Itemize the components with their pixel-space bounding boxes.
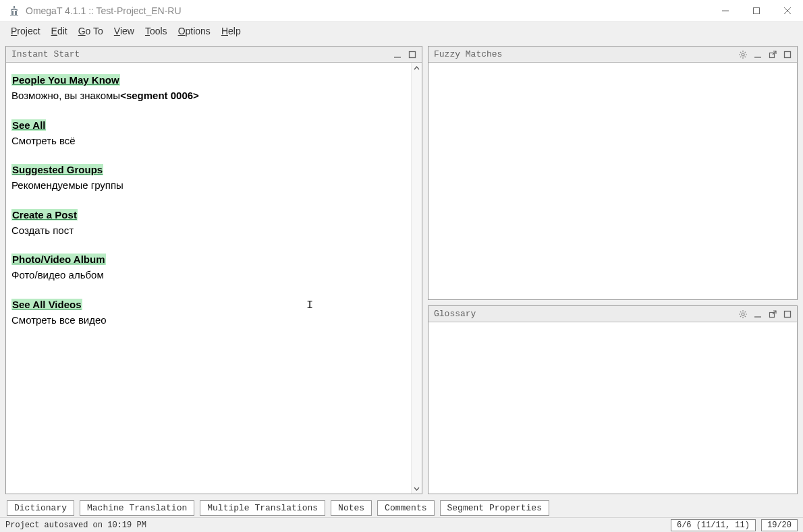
fuzzy-pane-title: Fuzzy Matches (434, 49, 735, 59)
svg-rect-3 (409, 51, 415, 57)
fuzzy-body[interactable] (428, 63, 797, 299)
menu-tools[interactable]: Tools (140, 24, 173, 38)
menu-edit[interactable]: Edit (46, 24, 73, 38)
segment-target: Возможно, вы знакомы<segment 0006> (11, 88, 411, 103)
segment-source: Photo/Video Album (11, 254, 106, 265)
segment-target: Смотреть всё (11, 133, 411, 148)
fuzzy-pane: Fuzzy Matches (428, 46, 798, 300)
menu-goto[interactable]: Go To (73, 24, 109, 38)
segment-source: Suggested Groups (11, 164, 103, 175)
work-area: Instant Start People You May Know Возмож… (0, 40, 803, 498)
svg-rect-1 (10, 15, 18, 16)
svg-rect-0 (13, 6, 15, 8)
svg-point-7 (742, 313, 744, 316)
svg-rect-2 (754, 7, 760, 13)
segment[interactable]: See All Смотреть всё (11, 117, 411, 149)
segment-source: See All Videos (11, 299, 82, 310)
scroll-up-icon[interactable] (412, 63, 422, 73)
window-title: OmegaT 4.1.1 :: Test-Project_EN-RU (26, 5, 710, 16)
editor-scrollbar[interactable] (411, 63, 422, 494)
status-bar: Project autosaved on 10:19 PM 6/6 (11/11… (0, 517, 803, 532)
status-message: Project autosaved on 10:19 PM (5, 521, 665, 530)
glossary-body[interactable] (428, 322, 797, 494)
tab-multiple-translations[interactable]: Multiple Translations (200, 500, 325, 516)
bottom-tabs: Dictionary Machine Translation Multiple … (0, 498, 803, 517)
segment-target: Смотреть все видео (11, 312, 411, 328)
minimize-button[interactable] (710, 0, 741, 22)
segment-source: Create a Post (11, 209, 78, 220)
tab-notes[interactable]: Notes (331, 500, 372, 516)
tab-comments[interactable]: Comments (377, 500, 434, 516)
pane-settings-icon[interactable] (736, 308, 750, 320)
scroll-down-icon[interactable] (412, 483, 422, 494)
pane-minimize-icon[interactable] (751, 308, 765, 320)
segment[interactable]: People You May Know Возможно, вы знакомы… (11, 72, 411, 104)
segment-target: Рекомендуемые группы (11, 177, 411, 193)
text-cursor-icon: I (306, 299, 313, 312)
right-column: Fuzzy Matches (428, 46, 798, 494)
title-bar: OmegaT 4.1.1 :: Test-Project_EN-RU (0, 0, 803, 22)
app-window: OmegaT 4.1.1 :: Test-Project_EN-RU Proje… (0, 0, 803, 532)
status-segment-counter: 6/6 (11/11, 11) (671, 519, 756, 531)
menu-options[interactable]: Options (173, 24, 216, 38)
glossary-pane-title: Glossary (434, 309, 735, 319)
segment[interactable]: Create a Post Создать пост (11, 207, 411, 239)
menu-project[interactable]: Project (5, 24, 46, 38)
menu-help[interactable]: Help (216, 24, 246, 38)
glossary-pane-header: Glossary (428, 306, 797, 322)
tab-segment-properties[interactable]: Segment Properties (440, 500, 549, 516)
svg-rect-9 (785, 311, 791, 317)
pane-minimize-icon[interactable] (751, 49, 765, 61)
menu-bar: Project Edit Go To View Tools Options He… (0, 22, 803, 40)
segment-source: People You May Know (11, 74, 120, 86)
pane-maximize-icon[interactable] (781, 308, 794, 320)
editor-pane-header: Instant Start (6, 47, 422, 63)
svg-point-4 (742, 53, 744, 56)
close-button[interactable] (772, 0, 803, 22)
pane-maximize-icon[interactable] (781, 49, 794, 61)
editor-pane-title: Instant Start (11, 49, 389, 59)
segment-tag: <segment 0006> (120, 90, 199, 101)
svg-rect-6 (785, 51, 791, 57)
app-icon (8, 5, 20, 17)
segment-target: Фото/видео альбом (11, 267, 411, 283)
segment-target: Создать пост (11, 223, 411, 238)
fuzzy-pane-header: Fuzzy Matches (428, 47, 797, 63)
segment[interactable]: Suggested Groups Рекомендуемые группы (11, 162, 411, 194)
pane-popout-icon[interactable] (766, 49, 779, 61)
status-progress-counter: 19/20 (761, 519, 798, 531)
menu-view[interactable]: View (109, 24, 140, 38)
tab-machine-translation[interactable]: Machine Translation (80, 500, 194, 516)
editor-column: Instant Start People You May Know Возмож… (5, 46, 422, 494)
pane-minimize-icon[interactable] (391, 49, 404, 61)
segment-source: See All (11, 119, 46, 131)
maximize-button[interactable] (741, 0, 772, 22)
editor-body[interactable]: People You May Know Возможно, вы знакомы… (6, 63, 422, 494)
segment[interactable]: Photo/Video Album Фото/видео альбом (11, 252, 411, 283)
glossary-pane: Glossary (428, 305, 798, 494)
segment[interactable]: See All Videos Смотреть все видео (11, 297, 411, 328)
pane-popout-icon[interactable] (766, 308, 779, 320)
tab-dictionary[interactable]: Dictionary (7, 500, 74, 516)
editor-pane: Instant Start People You May Know Возмож… (5, 46, 422, 494)
pane-settings-icon[interactable] (736, 49, 750, 61)
pane-maximize-icon[interactable] (406, 49, 419, 61)
